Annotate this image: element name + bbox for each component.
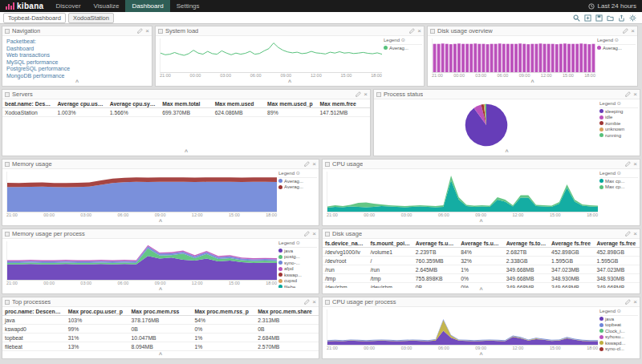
column-header[interactable]: Average fs.total — [504, 239, 549, 248]
legend-header[interactable]: Legend ⊙ — [599, 101, 638, 108]
nav-link[interactable]: PostgreSQL performance — [6, 66, 148, 73]
edit-icon[interactable] — [356, 91, 361, 97]
column-header[interactable]: Max proc.mem.rss — [129, 307, 193, 316]
legend-item[interactable]: Averag... — [384, 46, 422, 52]
edit-icon[interactable] — [304, 231, 310, 237]
column-header[interactable]: Max mem.used_p — [265, 99, 317, 108]
legend-item[interactable]: syno-cl... — [599, 346, 638, 353]
close-icon[interactable]: × — [633, 161, 637, 168]
legend-item[interactable]: Clock_i... — [599, 329, 638, 335]
legend-item[interactable]: sleeping — [599, 109, 638, 115]
close-icon[interactable]: × — [312, 161, 316, 168]
collapse-caret[interactable]: ^ — [428, 80, 637, 86]
column-header[interactable]: Max mem.used — [213, 99, 265, 108]
drag-handle-icon[interactable] — [5, 300, 10, 305]
nav-link[interactable]: Packetbeat: — [6, 38, 148, 46]
drag-handle-icon[interactable] — [325, 162, 330, 167]
legend-toggle-icon[interactable]: ⊙ — [615, 38, 619, 42]
column-header[interactable]: proc.name: Descending ▾ — [2, 307, 66, 316]
column-header[interactable]: Average fs.used — [413, 239, 458, 248]
nav-link[interactable]: Dashboard — [6, 46, 148, 53]
legend-item[interactable]: java — [278, 249, 317, 255]
nav-item-settings[interactable]: Settings — [170, 0, 206, 12]
close-icon[interactable]: × — [312, 231, 316, 237]
legend-header[interactable]: Legend ⊙ — [384, 38, 422, 45]
legend-item[interactable]: Max cp... — [599, 179, 638, 185]
nav-item-dashboard[interactable]: Dashboard — [125, 0, 169, 12]
column-header[interactable]: Average cpu.system_p — [108, 99, 160, 108]
edit-icon[interactable] — [304, 299, 310, 305]
drag-handle-icon[interactable] — [5, 162, 10, 167]
close-icon[interactable]: × — [631, 28, 635, 34]
nav-link[interactable]: MongoDB performance — [6, 73, 148, 80]
legend-item[interactable]: idle — [599, 115, 638, 121]
collapse-caret[interactable]: ^ — [2, 150, 370, 156]
legend-item[interactable]: running — [599, 133, 638, 140]
legend-item[interactable]: Averag... — [597, 46, 636, 52]
new-dashboard-icon[interactable] — [584, 14, 591, 22]
legend-item[interactable]: cupsd — [278, 278, 317, 285]
column-header[interactable]: Max proc.mem.share — [255, 307, 319, 316]
share-icon[interactable] — [618, 14, 625, 22]
close-icon[interactable]: × — [633, 299, 637, 305]
collapse-caret[interactable]: ^ — [2, 288, 319, 293]
collapse-caret[interactable]: ^ — [323, 288, 640, 293]
collapse-caret[interactable]: ^ — [374, 150, 640, 156]
collapse-caret[interactable]: ^ — [2, 220, 319, 225]
drag-handle-icon[interactable] — [158, 29, 163, 34]
close-icon[interactable]: × — [633, 231, 637, 237]
legend-header[interactable]: Legend ⊙ — [278, 171, 317, 178]
legend-item[interactable]: Averag... — [278, 184, 317, 191]
column-header[interactable]: fs.mount_point: Descending ▾ — [368, 239, 412, 248]
collapse-caret[interactable]: ^ — [323, 353, 640, 358]
edit-icon[interactable] — [625, 91, 631, 97]
kibana-logo[interactable]: kibana — [0, 2, 49, 10]
drag-handle-icon[interactable] — [430, 29, 435, 34]
legend-item[interactable]: unknown — [599, 127, 638, 133]
nav-item-discover[interactable]: Discover — [49, 0, 87, 12]
legend-item[interactable]: topbeat — [599, 322, 638, 329]
legend-item[interactable]: Max cp... — [599, 184, 638, 191]
nav-link[interactable]: MySQL performance — [6, 59, 148, 67]
column-header[interactable]: Max mem.total — [160, 99, 212, 108]
settings-gear-icon[interactable] — [629, 14, 636, 22]
close-icon[interactable]: × — [364, 91, 368, 98]
open-folder-icon[interactable] — [607, 14, 614, 22]
column-header[interactable]: Max proc.cpu.user_p — [66, 307, 129, 316]
column-header[interactable]: Max mem.free — [318, 99, 370, 108]
legend-item[interactable]: kswap... — [278, 273, 317, 279]
collapse-caret[interactable]: ^ — [2, 353, 319, 358]
drag-handle-icon[interactable] — [325, 300, 330, 305]
legend-toggle-icon[interactable]: ⊙ — [401, 38, 405, 42]
legend-item[interactable]: afpd — [599, 353, 638, 354]
collapse-caret[interactable]: ^ — [2, 80, 152, 86]
nav-link[interactable]: Web transactions — [6, 52, 148, 59]
drag-handle-icon[interactable] — [5, 29, 10, 34]
legend-toggle-icon[interactable]: ⊙ — [617, 101, 621, 106]
edit-icon[interactable] — [625, 231, 631, 237]
nav-item-visualize[interactable]: Visualize — [87, 0, 126, 12]
tab-xodoastation[interactable]: XodoaStation — [68, 13, 114, 23]
legend-header[interactable]: Legend ⊙ — [278, 241, 317, 248]
legend-header[interactable]: Legend ⊙ — [599, 309, 638, 316]
close-icon[interactable]: × — [633, 91, 637, 98]
column-header[interactable]: Average fs.used_p — [458, 239, 503, 248]
column-header[interactable]: Average fs.free — [595, 239, 640, 248]
legend-toggle-icon[interactable]: ⊙ — [617, 309, 621, 313]
drag-handle-icon[interactable] — [325, 232, 330, 237]
legend-item[interactable]: filebe... — [278, 285, 317, 289]
edit-icon[interactable] — [409, 28, 415, 34]
legend-item[interactable]: zombie — [599, 121, 638, 127]
legend-toggle-icon[interactable]: ⊙ — [296, 171, 300, 176]
legend-header[interactable]: Legend ⊙ — [599, 171, 638, 178]
legend-header[interactable]: Legend ⊙ — [597, 38, 636, 45]
legend-item[interactable]: syno-... — [278, 261, 317, 267]
search-icon[interactable] — [573, 14, 580, 22]
close-icon[interactable]: × — [145, 28, 149, 34]
edit-icon[interactable] — [304, 161, 310, 167]
edit-icon[interactable] — [137, 28, 143, 34]
legend-item[interactable]: syhosu... — [599, 334, 638, 341]
drag-handle-icon[interactable] — [5, 92, 10, 97]
tab-topbeat-dashboard[interactable]: Topbeat-Dashboard — [3, 13, 66, 23]
column-header[interactable]: Average cpu.user_p — [55, 99, 107, 108]
